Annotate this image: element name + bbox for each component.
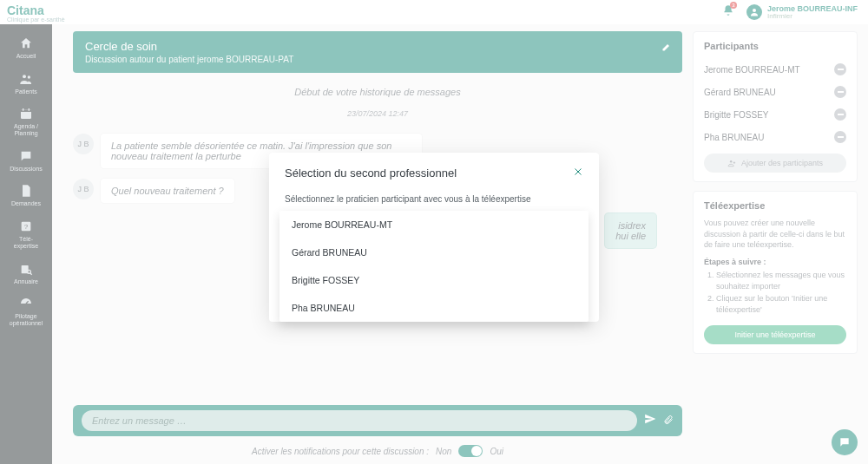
dropdown-option[interactable]: Jerome BOURREAU-MT xyxy=(279,211,589,239)
modal-title: Sélection du second professionnel xyxy=(285,167,457,180)
dropdown-option[interactable]: Brigitte FOSSEY xyxy=(279,266,589,294)
dropdown-option[interactable]: Pha BRUNEAU xyxy=(279,294,589,322)
professional-dropdown: Jerome BOURREAU-MT Gérard BRUNEAU Brigit… xyxy=(279,211,589,322)
select-professional-modal: Sélection du second professionnel Sélect… xyxy=(269,153,599,322)
close-icon xyxy=(573,167,583,177)
modal-close-button[interactable] xyxy=(573,165,583,180)
modal-desc: Sélectionnez le praticien participant av… xyxy=(285,194,583,204)
dropdown-option[interactable]: Gérard BRUNEAU xyxy=(279,239,589,266)
